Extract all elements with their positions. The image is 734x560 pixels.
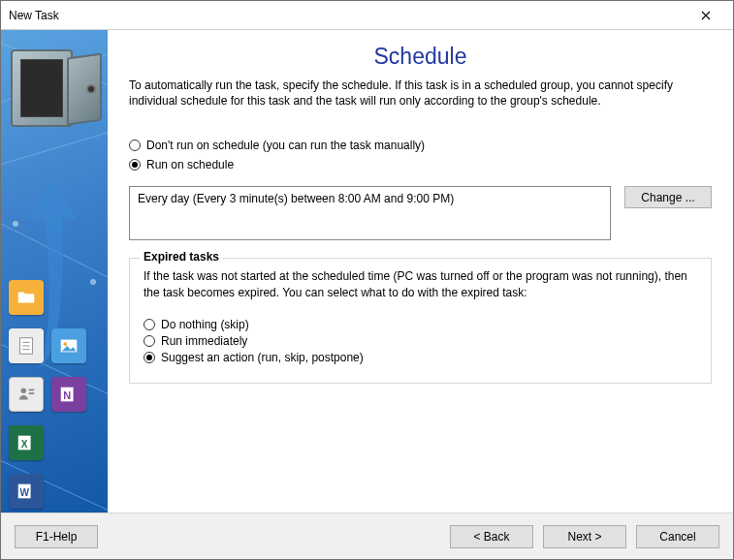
svg-point-16 bbox=[64, 342, 68, 346]
svg-text:W: W bbox=[19, 487, 29, 498]
image-icon bbox=[51, 328, 86, 363]
back-button[interactable]: < Back bbox=[450, 525, 533, 548]
back-button-label: < Back bbox=[473, 530, 509, 544]
radio-icon bbox=[144, 319, 155, 330]
next-button-label: Next > bbox=[567, 530, 601, 544]
folder-icon bbox=[9, 280, 44, 315]
svg-rect-19 bbox=[29, 392, 35, 394]
expired-description: If the task was not started at the sched… bbox=[144, 268, 697, 299]
onenote-icon: N bbox=[51, 377, 86, 412]
expired-tasks-fieldset: Expired tasks If the task was not starte… bbox=[129, 258, 712, 383]
schedule-summary-text: Every day (Every 3 minute(s) between 8:0… bbox=[138, 192, 454, 205]
help-button[interactable]: F1-Help bbox=[15, 525, 98, 548]
page-heading: Schedule bbox=[129, 44, 712, 70]
dialog-body: N X W Schedule To automatically run the … bbox=[1, 30, 733, 513]
change-button[interactable]: Change ... bbox=[624, 186, 712, 208]
cancel-button[interactable]: Cancel bbox=[636, 525, 719, 548]
sidebar-app-icons: N X W bbox=[9, 280, 100, 513]
change-button-label: Change ... bbox=[641, 191, 694, 204]
svg-rect-18 bbox=[29, 389, 35, 391]
dialog-footer: F1-Help < Back Next > Cancel bbox=[1, 513, 733, 559]
excel-icon: X bbox=[9, 425, 44, 460]
close-icon bbox=[701, 11, 711, 20]
document-icon bbox=[9, 328, 44, 363]
svg-text:X: X bbox=[21, 439, 28, 450]
help-button-label: F1-Help bbox=[36, 530, 78, 544]
schedule-summary-box: Every day (Every 3 minute(s) between 8:0… bbox=[129, 186, 611, 240]
safe-illustration bbox=[11, 40, 98, 137]
svg-point-17 bbox=[21, 389, 27, 394]
radio-run-on-schedule[interactable]: Run on schedule bbox=[129, 158, 712, 171]
window-title: New Task bbox=[9, 9, 686, 22]
close-button[interactable] bbox=[686, 2, 725, 29]
svg-text:N: N bbox=[63, 389, 71, 401]
main-panel: Schedule To automatically run the task, … bbox=[108, 30, 733, 513]
wizard-sidebar: N X W bbox=[1, 30, 108, 513]
radio-label: Don't run on schedule (you can run the t… bbox=[146, 139, 425, 152]
radio-label: Run on schedule bbox=[146, 158, 234, 171]
page-description: To automatically run the task, specify t… bbox=[129, 78, 712, 109]
new-task-dialog: New Task bbox=[0, 0, 734, 560]
radio-label: Run immediately bbox=[161, 334, 247, 348]
radio-expired-suggest[interactable]: Suggest an action (run, skip, postpone) bbox=[144, 351, 697, 364]
radio-expired-run[interactable]: Run immediately bbox=[144, 334, 697, 348]
radio-dont-run-schedule[interactable]: Don't run on schedule (you can run the t… bbox=[129, 139, 712, 152]
cancel-button-label: Cancel bbox=[659, 530, 695, 544]
contacts-icon bbox=[9, 377, 44, 412]
radio-icon bbox=[129, 140, 141, 151]
radio-label: Suggest an action (run, skip, postpone) bbox=[161, 351, 364, 364]
radio-icon bbox=[144, 335, 155, 347]
radio-icon bbox=[144, 352, 155, 363]
radio-expired-skip[interactable]: Do nothing (skip) bbox=[144, 318, 697, 331]
schedule-row: Every day (Every 3 minute(s) between 8:0… bbox=[129, 186, 712, 240]
radio-icon bbox=[129, 159, 141, 171]
titlebar: New Task bbox=[1, 1, 733, 30]
expired-legend: Expired tasks bbox=[140, 250, 223, 264]
radio-label: Do nothing (skip) bbox=[161, 318, 249, 331]
next-button[interactable]: Next > bbox=[543, 525, 626, 548]
word-icon: W bbox=[9, 474, 44, 509]
